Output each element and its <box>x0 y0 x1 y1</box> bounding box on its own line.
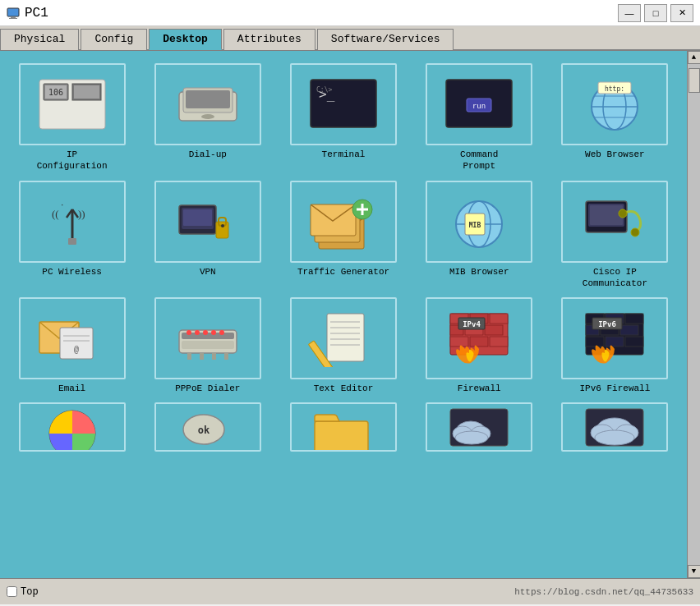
app-traffic-generator[interactable]: Traffic Generator <box>279 181 407 290</box>
svg-point-119 <box>595 430 634 445</box>
tab-physical[interactable]: Physical <box>0 29 79 50</box>
tab-bar: Physical Config Desktop Attributes Softw… <box>0 26 700 51</box>
cisco-ip-communicator-label: Cisco IPCommunicator <box>583 266 647 290</box>
pc-wireless-icon-box: (( )) · <box>19 181 126 263</box>
svg-point-12 <box>201 114 214 119</box>
app-web-browser[interactable]: http: Web Browser <box>551 63 679 172</box>
main-content: 106 IPConfiguration Dial <box>0 51 700 578</box>
app-cisco-ip-communicator[interactable]: Cisco IPCommunicator <box>551 181 679 290</box>
app-row4-2[interactable]: ok <box>144 402 271 455</box>
app-grid: 106 IPConfiguration Dial <box>4 59 683 459</box>
app-firewall[interactable]: IPv4 Firewall <box>416 297 543 394</box>
app-row4-5-icon-box <box>561 402 668 452</box>
svg-rect-91 <box>490 337 508 347</box>
app-row4-3-icon-box <box>290 402 397 452</box>
svg-rect-70 <box>187 353 191 360</box>
svg-rect-89 <box>450 337 468 347</box>
svg-text:ok: ok <box>198 425 210 436</box>
svg-point-66 <box>203 330 208 335</box>
window-title: PC1 <box>25 6 48 21</box>
svg-rect-73 <box>224 353 228 360</box>
email-icon-box: @ <box>19 297 126 379</box>
tab-config[interactable]: Config <box>81 29 147 50</box>
email-label: Email <box>58 383 85 394</box>
app-row4-4[interactable] <box>416 402 543 455</box>
app-row4-3[interactable] <box>279 402 407 455</box>
mib-browser-icon-box: MIB <box>426 181 532 263</box>
svg-text:@: @ <box>74 346 79 355</box>
scroll-track <box>688 64 701 565</box>
svg-point-55 <box>631 228 639 236</box>
svg-text:http:: http: <box>605 85 624 93</box>
svg-rect-97 <box>625 314 643 324</box>
ipv6-firewall-icon-box: IPv6 <box>561 297 668 379</box>
svg-rect-2 <box>9 18 17 19</box>
app-pc-wireless[interactable]: (( )) · PC Wireless <box>8 181 136 290</box>
top-label: Top <box>21 586 39 598</box>
cisco-ip-communicator-icon-box <box>561 181 668 263</box>
app-command-prompt[interactable]: run CommandPrompt <box>416 63 543 172</box>
title-bar: PC1 — □ ✕ <box>0 0 700 26</box>
svg-point-114 <box>455 431 488 444</box>
status-url: https://blog.csdn.net/qq_44735633 <box>514 587 693 597</box>
web-browser-icon-box: http: <box>561 63 668 145</box>
terminal-icon-box: >_ C:\> <box>290 63 397 145</box>
app-row4-5[interactable] <box>551 402 679 455</box>
svg-text:IPv4: IPv4 <box>463 320 481 328</box>
app-pppoe-dialer[interactable]: PPPoE Dialer <box>144 297 271 394</box>
app-row4-1[interactable] <box>8 402 136 455</box>
close-button[interactable]: ✕ <box>670 4 693 22</box>
ipv6-firewall-label: IPv6 Firewall <box>579 383 650 394</box>
app-text-editor[interactable]: Text Editor <box>279 297 407 394</box>
tab-software-services[interactable]: Software/Services <box>317 29 454 50</box>
app-mib-browser[interactable]: MIB MIB Browser <box>416 181 543 290</box>
tab-attributes[interactable]: Attributes <box>223 29 315 50</box>
web-browser-label: Web Browser <box>585 149 645 160</box>
maximize-button[interactable]: □ <box>644 4 667 22</box>
app-grid-area: 106 IPConfiguration Dial <box>0 51 687 578</box>
svg-text:((: (( <box>52 208 59 220</box>
app-dialup[interactable]: Dial-up <box>144 63 271 172</box>
pppoe-dialer-label: PPPoE Dialer <box>175 383 240 394</box>
scroll-up-button[interactable]: ▲ <box>688 51 701 64</box>
mib-browser-label: MIB Browser <box>449 266 509 278</box>
app-ip-configuration[interactable]: 106 IPConfiguration <box>8 63 136 172</box>
svg-rect-109 <box>315 421 368 450</box>
tab-desktop[interactable]: Desktop <box>149 29 222 50</box>
app-vpn[interactable]: VPN <box>144 181 271 290</box>
minimize-button[interactable]: — <box>618 4 641 22</box>
scroll-thumb[interactable] <box>688 68 700 93</box>
svg-rect-74 <box>327 314 364 361</box>
pc-wireless-label: PC Wireless <box>42 266 102 278</box>
svg-rect-101 <box>586 337 604 347</box>
dialup-label: Dial-up <box>189 149 227 160</box>
svg-text:·: · <box>60 201 64 209</box>
svg-rect-85 <box>490 314 508 324</box>
app-terminal[interactable]: >_ C:\> Terminal <box>279 63 407 172</box>
svg-point-40 <box>221 224 224 227</box>
top-checkbox[interactable] <box>7 586 17 597</box>
svg-rect-11 <box>186 90 230 108</box>
firewall-icon-box: IPv4 <box>426 297 532 379</box>
svg-text:C:\>: C:\> <box>316 86 332 94</box>
svg-point-65 <box>195 330 200 335</box>
svg-point-56 <box>619 209 627 218</box>
command-prompt-label: CommandPrompt <box>460 149 498 172</box>
scrollbar: ▲ ▼ <box>687 51 700 578</box>
svg-text:IPv6: IPv6 <box>599 320 617 328</box>
pc-icon <box>7 7 20 20</box>
svg-rect-72 <box>212 353 216 360</box>
firewall-label: Firewall <box>458 383 501 394</box>
svg-rect-100 <box>620 325 638 335</box>
svg-point-68 <box>219 330 224 335</box>
svg-rect-88 <box>485 325 503 335</box>
svg-text:106: 106 <box>48 88 63 97</box>
svg-rect-71 <box>200 353 204 360</box>
scroll-down-button[interactable]: ▼ <box>688 565 701 578</box>
app-email[interactable]: @ Email <box>8 297 136 394</box>
ip-configuration-icon-box: 106 <box>19 63 126 145</box>
svg-rect-54 <box>590 205 623 225</box>
text-editor-label: Text Editor <box>314 383 374 394</box>
app-ipv6-firewall[interactable]: IPv6 IPv6 Firewall <box>551 297 679 394</box>
command-prompt-icon-box: run <box>426 63 532 145</box>
